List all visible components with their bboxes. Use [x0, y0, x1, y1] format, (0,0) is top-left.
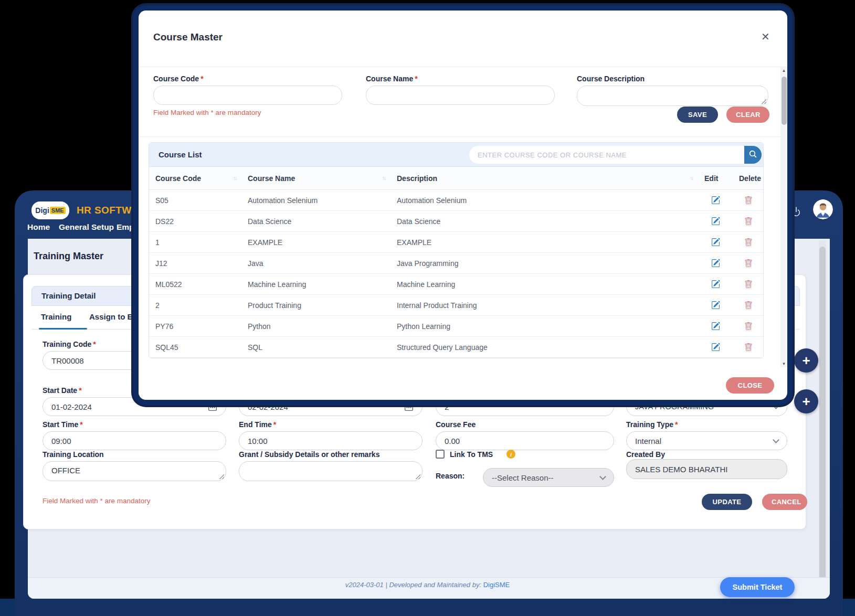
- course-list-card: Course List Course Code↑↓ Course Name↑↓ …: [149, 142, 764, 358]
- training-location-label: Training Location: [43, 450, 104, 459]
- col-delete: Delete: [739, 174, 761, 183]
- delete-icon[interactable]: [744, 238, 753, 247]
- clear-button[interactable]: CLEAR: [726, 107, 769, 123]
- course-name-input[interactable]: [366, 86, 555, 105]
- page-scrollbar-thumb[interactable]: [819, 247, 826, 582]
- col-description: Description: [397, 174, 437, 183]
- training-location-textarea[interactable]: OFFICE: [43, 461, 226, 481]
- course-code-input[interactable]: [153, 86, 342, 105]
- delete-icon[interactable]: [744, 259, 753, 268]
- start-time-label: Start Time*: [43, 420, 83, 429]
- training-type-select[interactable]: Internal: [626, 431, 787, 450]
- cell-course-name: EXAMPLE: [241, 238, 390, 247]
- created-by-label: Created By: [626, 450, 665, 459]
- scroll-down-icon[interactable]: ▼: [780, 360, 787, 367]
- training-code-label: Training Code*: [43, 340, 96, 348]
- edit-icon[interactable]: [711, 259, 720, 268]
- page-scrollbar[interactable]: [819, 240, 826, 596]
- reason-label: Reason:: [436, 472, 465, 480]
- cell-description: Data Science: [390, 217, 698, 226]
- delete-icon[interactable]: [744, 217, 753, 226]
- course-search: [469, 146, 762, 164]
- nav-home[interactable]: Home: [27, 222, 50, 232]
- modal-mandatory-note: Field Marked with * are mandatory: [153, 109, 261, 116]
- add-course-button[interactable]: +: [794, 348, 818, 373]
- reason-select[interactable]: --Select Reason--: [483, 468, 614, 487]
- course-search-input[interactable]: [469, 146, 744, 164]
- avatar[interactable]: [813, 199, 833, 219]
- start-time-input[interactable]: [43, 431, 226, 450]
- edit-icon[interactable]: [711, 280, 720, 289]
- course-description-textarea[interactable]: [577, 86, 768, 106]
- table-row: 1EXAMPLEEXAMPLE: [149, 232, 763, 253]
- cell-course-code: DS22: [149, 217, 241, 226]
- start-date-input[interactable]: 01-02-2024: [43, 397, 226, 416]
- end-date-input[interactable]: 02-02-2024: [239, 397, 423, 416]
- course-fee-input[interactable]: [436, 431, 614, 450]
- save-button[interactable]: SAVE: [677, 107, 718, 123]
- edit-icon[interactable]: [711, 343, 720, 352]
- delete-icon[interactable]: [744, 301, 753, 310]
- logo-sme-badge: SME: [50, 207, 66, 214]
- edit-icon[interactable]: [711, 322, 720, 331]
- delete-icon[interactable]: [744, 343, 753, 352]
- course-select[interactable]: JAVA PROGRAMMING: [626, 397, 787, 416]
- cell-course-code: ML0522: [149, 280, 241, 289]
- table-row: DS22Data ScienceData Science: [149, 211, 763, 232]
- sort-icon[interactable]: ↑↓: [382, 175, 385, 181]
- delete-icon[interactable]: [744, 280, 753, 289]
- cell-description: Internal Product Training: [390, 301, 698, 310]
- grant-subsidy-textarea[interactable]: [239, 461, 423, 481]
- table-row: ML0522Machine LearningMachine Learning: [149, 274, 763, 295]
- edit-icon[interactable]: [711, 217, 720, 226]
- cell-description: Python Learning: [390, 322, 698, 331]
- calendar-icon[interactable]: [208, 402, 217, 411]
- nav-general-setup[interactable]: General Setup: [59, 222, 114, 232]
- mandatory-note: Field Marked with * are mandatory: [43, 497, 151, 505]
- col-edit: Edit: [704, 174, 718, 183]
- sort-icon[interactable]: ↑↓: [690, 175, 693, 181]
- power-icon[interactable]: [790, 206, 802, 218]
- add-course-button[interactable]: +: [794, 389, 818, 413]
- link-to-tms-checkbox[interactable]: [436, 450, 445, 459]
- modal-scrollbar[interactable]: ▲ ▼: [780, 67, 787, 367]
- cell-course-code: 2: [149, 301, 241, 310]
- table-row: J12JavaJava Programming: [149, 253, 763, 274]
- calendar-icon[interactable]: [404, 402, 414, 411]
- tab-training[interactable]: Training: [41, 312, 71, 321]
- days-input[interactable]: [436, 397, 614, 416]
- info-icon[interactable]: i: [506, 450, 515, 459]
- digisme-logo[interactable]: Digi SME: [31, 201, 69, 219]
- scroll-up-icon[interactable]: ▲: [780, 67, 787, 74]
- col-course-code: Course Code: [155, 174, 201, 183]
- edit-icon[interactable]: [711, 196, 720, 205]
- sort-icon[interactable]: ↑↓: [233, 175, 236, 181]
- end-time-input[interactable]: [239, 431, 423, 450]
- cancel-button[interactable]: CANCEL: [762, 494, 807, 510]
- modal-scrollbar-thumb[interactable]: [782, 77, 787, 125]
- footer-brand-link[interactable]: DigiSME: [483, 581, 510, 589]
- cell-course-code: J12: [149, 259, 241, 268]
- delete-icon[interactable]: [744, 196, 753, 205]
- update-button[interactable]: UPDATE: [702, 494, 752, 510]
- edit-icon[interactable]: [711, 238, 720, 247]
- search-button[interactable]: [744, 146, 762, 164]
- course-list-title: Course List: [159, 150, 202, 159]
- edit-icon[interactable]: [711, 301, 720, 310]
- page-title: Training Master: [34, 251, 103, 262]
- course-table-header: Course Code↑↓ Course Name↑↓ Description↑…: [149, 167, 763, 190]
- created-by-input[interactable]: [626, 459, 787, 479]
- cell-course-name: Python: [241, 322, 390, 331]
- cell-course-name: Machine Learning: [241, 280, 390, 289]
- training-detail-title: Training Detail: [41, 291, 96, 300]
- chevron-down-icon: [773, 437, 779, 443]
- search-icon: [749, 150, 757, 160]
- grant-subsidy-label: Grant / Subsidy Details or other remarks: [239, 450, 379, 459]
- cell-course-name: Data Science: [241, 217, 390, 226]
- chevron-down-icon: [773, 402, 779, 409]
- submit-ticket-button[interactable]: Submit Ticket: [720, 577, 795, 597]
- close-button[interactable]: CLOSE: [726, 377, 774, 394]
- screen: Digi SME HR SOFTWARE Home General Setup …: [0, 0, 855, 616]
- close-icon[interactable]: ✕: [761, 30, 770, 43]
- delete-icon[interactable]: [744, 322, 753, 331]
